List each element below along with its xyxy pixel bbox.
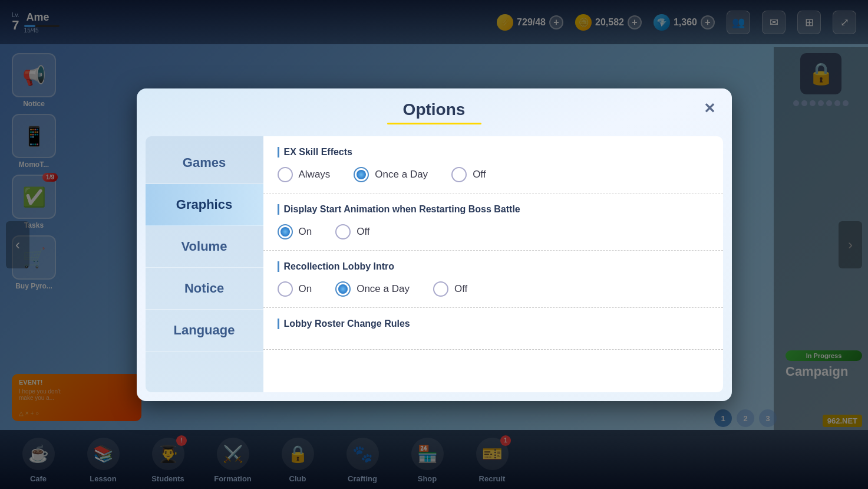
ex-skill-always[interactable]: Always xyxy=(278,167,331,182)
radio-lobby-once-outer xyxy=(335,281,351,297)
section-lobby-intro: Recollection Lobby Intro On Once a Day xyxy=(263,251,723,308)
radio-boss-on-outer xyxy=(278,224,293,239)
lobby-intro-off[interactable]: Off xyxy=(433,281,467,297)
ex-skill-options: Always Once a Day Off xyxy=(278,167,709,182)
modal-overlay: Options ✕ Games Graphics Volume Notice L… xyxy=(0,0,868,489)
tab-games[interactable]: Games xyxy=(146,142,263,184)
radio-lobby-on-label: On xyxy=(299,283,312,295)
lobby-intro-title: Recollection Lobby Intro xyxy=(278,261,709,272)
section-ex-skill: EX Skill Effects Always Once a Day xyxy=(263,136,723,193)
radio-once-label: Once a Day xyxy=(375,169,428,180)
boss-anim-title: Display Start Animation when Restarting … xyxy=(278,204,709,215)
ex-skill-off[interactable]: Off xyxy=(451,167,486,182)
radio-lobby-once-inner xyxy=(338,284,348,294)
ex-skill-title: EX Skill Effects xyxy=(278,147,709,157)
radio-boss-off-outer xyxy=(335,224,351,239)
tab-graphics[interactable]: Graphics xyxy=(146,184,263,226)
lobby-intro-once-a-day[interactable]: Once a Day xyxy=(335,281,410,297)
boss-anim-options: On Off xyxy=(278,224,709,239)
radio-once-outer xyxy=(354,167,369,182)
modal-content: EX Skill Effects Always Once a Day xyxy=(263,136,723,392)
section-boss-anim: Display Start Animation when Restarting … xyxy=(263,193,723,251)
tab-volume[interactable]: Volume xyxy=(146,226,263,268)
radio-always-outer xyxy=(278,167,293,182)
modal-title: Options xyxy=(403,100,466,119)
options-modal: Options ✕ Games Graphics Volume Notice L… xyxy=(137,88,732,401)
boss-anim-off[interactable]: Off xyxy=(335,224,369,239)
radio-boss-on-label: On xyxy=(299,226,312,238)
lobby-roster-title: Lobby Roster Change Rules xyxy=(278,319,709,329)
modal-body: Games Graphics Volume Notice Language EX… xyxy=(146,136,723,392)
tab-notice[interactable]: Notice xyxy=(146,268,263,310)
lobby-intro-options: On Once a Day Off xyxy=(278,281,709,297)
radio-lobby-once-label: Once a Day xyxy=(357,283,410,295)
modal-header: Options ✕ xyxy=(137,88,732,130)
radio-boss-off-label: Off xyxy=(357,226,369,238)
modal-title-underline xyxy=(387,123,481,124)
radio-always-label: Always xyxy=(299,169,331,180)
boss-anim-on[interactable]: On xyxy=(278,224,312,239)
radio-lobby-on-outer xyxy=(278,281,293,297)
ex-skill-once-a-day[interactable]: Once a Day xyxy=(354,167,428,182)
radio-off-label: Off xyxy=(473,169,486,180)
radio-off-outer xyxy=(451,167,467,182)
tab-language[interactable]: Language xyxy=(146,310,263,352)
modal-sidebar: Games Graphics Volume Notice Language xyxy=(146,136,263,392)
lobby-intro-on[interactable]: On xyxy=(278,281,312,297)
radio-lobby-off-outer xyxy=(433,281,448,297)
section-lobby-roster: Lobby Roster Change Rules xyxy=(263,308,723,350)
modal-close-button[interactable]: ✕ xyxy=(699,98,720,119)
radio-lobby-off-label: Off xyxy=(454,283,467,295)
radio-boss-on-inner xyxy=(280,227,290,237)
radio-once-inner xyxy=(357,170,366,179)
